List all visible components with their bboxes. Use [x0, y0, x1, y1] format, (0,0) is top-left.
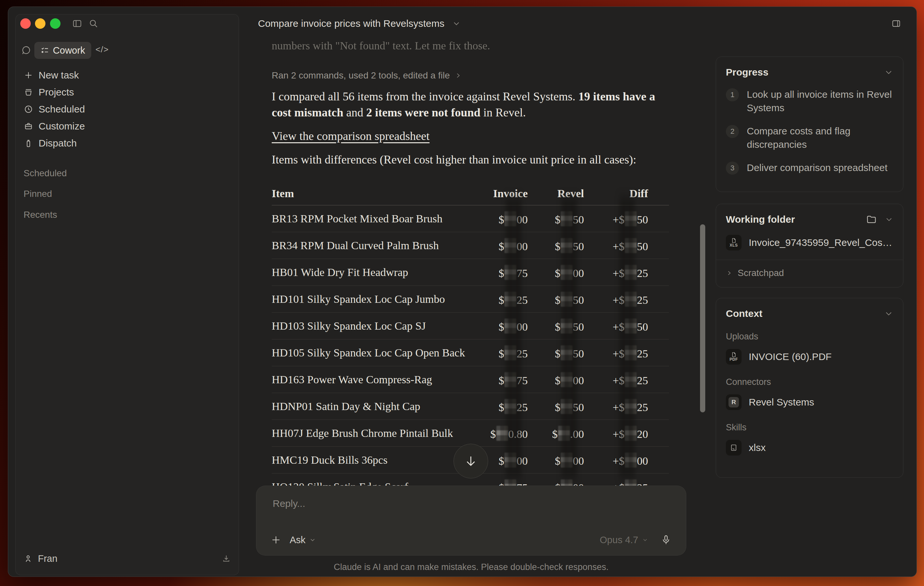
connectors-label: Connectors: [726, 377, 893, 387]
chevron-down-icon[interactable]: [884, 309, 893, 318]
revel-cell: $00: [528, 452, 584, 468]
pdf-file-icon: PDF: [726, 349, 742, 365]
model-selector[interactable]: Opus 4.7: [600, 535, 648, 545]
sidebar-item-dispatch[interactable]: Dispatch: [22, 135, 232, 152]
diff-cell: +$25: [584, 399, 648, 414]
section-label-scheduled[interactable]: Scheduled: [23, 168, 67, 178]
scroll-to-bottom-button[interactable]: [454, 444, 488, 479]
chevron-down-icon[interactable]: [885, 215, 893, 224]
context-card: Context Uploads PDF INVOICE (60).PDF Con…: [716, 298, 903, 478]
window-zoom-button[interactable]: [50, 18, 61, 29]
microphone-icon[interactable]: [660, 534, 672, 545]
redacted-digits: [561, 345, 573, 360]
working-folder-title: Working folder: [726, 214, 795, 225]
xls-file-icon: XLS: [726, 235, 742, 251]
user-row[interactable]: Fran: [22, 551, 231, 566]
redacted-digits: [561, 211, 573, 226]
window-close-button[interactable]: [20, 18, 31, 29]
nav-label: Projects: [39, 87, 74, 98]
scrollbar-thumb[interactable]: [700, 224, 705, 413]
attach-plus-icon[interactable]: [271, 535, 281, 545]
redacted-digits: [625, 452, 637, 468]
table-row: HD163 Power Wave Compress-Rag $75 $00 +$…: [272, 366, 669, 393]
sidebar-item-new-task[interactable]: New task: [22, 67, 232, 84]
sidebar-toggle-icon[interactable]: [72, 18, 82, 29]
sidebar-item-projects[interactable]: Projects: [22, 84, 232, 101]
progress-title: Progress: [726, 67, 768, 78]
invoice-cell: $25: [473, 292, 528, 307]
item-cell: HB01 Wide Dry Fit Headwrap: [272, 266, 473, 279]
working-folder-file[interactable]: XLS Invoice_97435959_Revel_Cost_...: [726, 235, 893, 251]
folder-icon[interactable]: [866, 214, 877, 225]
step-number-badge: 1: [726, 88, 739, 101]
upload-file-name: INVOICE (60).PDF: [749, 351, 832, 362]
model-label: Opus 4.7: [600, 535, 638, 545]
xlsx-skill-icon: [726, 440, 742, 456]
diff-cell: +$20: [584, 426, 648, 441]
code-mode-icon[interactable]: </>: [96, 45, 109, 54]
redacted-digits: [625, 319, 637, 333]
skill-row[interactable]: xlsx: [726, 440, 893, 456]
redacted-digits: [561, 372, 573, 387]
chevron-down-icon[interactable]: [884, 68, 893, 77]
activity-summary[interactable]: Ran 2 commands, used 2 tools, edited a f…: [272, 70, 462, 81]
redacted-digits: [505, 345, 516, 360]
table-row: HD101 Silky Spandex Loc Cap Jumbo $25 $5…: [272, 286, 669, 313]
section-label-recents[interactable]: Recents: [23, 210, 57, 220]
redacted-digits: [561, 292, 573, 307]
invoice-cell: $75: [473, 265, 528, 280]
search-icon[interactable]: [88, 18, 99, 29]
upload-file-row[interactable]: PDF INVOICE (60).PDF: [726, 349, 893, 365]
redacted-digits: [561, 452, 573, 468]
redacted-digits: [625, 426, 637, 441]
diff-cell: +$25: [584, 265, 648, 280]
nav-label: Dispatch: [39, 138, 77, 149]
item-cell: HD103 Silky Spandex Loc Cap SJ: [272, 320, 473, 332]
cowork-mode-button[interactable]: Cowork: [34, 42, 91, 59]
diff-cell: +$25: [584, 292, 648, 307]
revel-cell: $50: [528, 319, 584, 333]
chevron-down-icon: [309, 536, 316, 543]
window-minimize-button[interactable]: [35, 18, 45, 29]
step-text: Compare costs and flag discrepancies: [747, 124, 893, 151]
briefcase-icon: [23, 122, 33, 131]
col-header-invoice: Invoice: [473, 187, 528, 200]
spreadsheet-link[interactable]: View the comparison spreadsheet: [272, 129, 430, 143]
table-row: HDNP01 Satin Day & Night Cap $25 $50 +$2…: [272, 393, 669, 420]
reply-input[interactable]: [272, 498, 600, 510]
item-cell: HD101 Silky Spandex Loc Cap Jumbo: [272, 293, 473, 305]
app-window: Cowork </> New task Projects Scheduled C…: [8, 7, 917, 577]
section-label-pinned[interactable]: Pinned: [23, 189, 52, 199]
redacted-digits: [505, 452, 516, 468]
redacted-digits: [625, 238, 637, 253]
chevron-right-icon: [726, 270, 733, 276]
diff-cell: +$50: [584, 319, 648, 333]
chat-mode-icon[interactable]: [21, 45, 31, 56]
download-icon[interactable]: [222, 554, 231, 563]
scratchpad-toggle[interactable]: Scratchpad: [726, 268, 893, 278]
ask-mode-dropdown[interactable]: Ask: [290, 535, 316, 545]
col-header-revel: Revel: [528, 187, 584, 200]
diff-cell: +$25: [584, 372, 648, 387]
sidebar-item-scheduled[interactable]: Scheduled: [22, 101, 232, 118]
reply-composer[interactable]: Ask Opus 4.7: [256, 485, 686, 556]
item-cell: HH07J Edge Brush Chrome Pintail Bulk: [272, 427, 473, 439]
sidebar-item-customize[interactable]: Customize: [22, 118, 232, 135]
plus-icon: [23, 71, 33, 80]
revel-cell: $00: [528, 265, 584, 280]
redacted-digits: [625, 372, 637, 387]
connector-row[interactable]: R Revel Systems: [726, 395, 893, 410]
right-panel-toggle-icon[interactable]: [891, 19, 901, 28]
item-cell: HMC19 Duck Bills 36pcs: [272, 454, 473, 466]
summary-text: in Revel.: [480, 106, 526, 119]
assistant-summary: I compared all 56 items from the invoice…: [272, 89, 661, 121]
redacted-digits: [625, 399, 637, 414]
invoice-cell: $00: [473, 211, 528, 226]
redacted-digits: [561, 399, 573, 414]
redacted-digits: [561, 319, 573, 333]
invoice-cell: $25: [473, 399, 528, 414]
item-cell: BR13 RPM Pocket Mixed Boar Brush: [272, 213, 473, 225]
revel-cell: $50: [528, 211, 584, 226]
nav-label: Customize: [39, 121, 85, 132]
summary-bold-notfound: 2 items were not found: [366, 106, 480, 119]
